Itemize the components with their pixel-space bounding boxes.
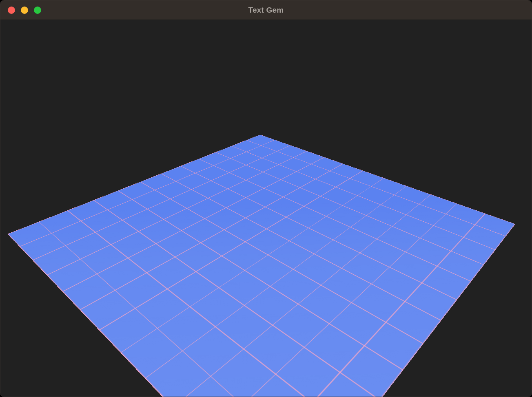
window-title: Text Gem bbox=[248, 6, 284, 15]
grid-container bbox=[0, 20, 532, 397]
title-bar[interactable]: Text Gem bbox=[0, 0, 532, 20]
viewport-3d[interactable] bbox=[0, 20, 532, 397]
traffic-lights bbox=[8, 7, 41, 14]
minimize-button[interactable] bbox=[21, 7, 28, 14]
close-button[interactable] bbox=[8, 7, 15, 14]
grid-plane[interactable] bbox=[7, 135, 515, 397]
grid-shade-overlay bbox=[7, 135, 515, 397]
maximize-button[interactable] bbox=[34, 7, 41, 14]
app-window: Text Gem bbox=[0, 0, 532, 397]
